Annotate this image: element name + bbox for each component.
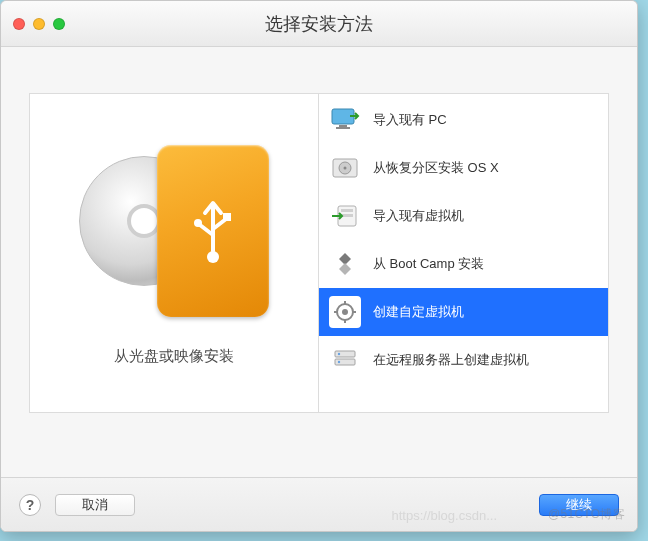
svg-point-9 (344, 167, 347, 170)
window-title: 选择安装方法 (1, 12, 637, 36)
option-label: 导入现有虚拟机 (373, 207, 464, 225)
svg-point-24 (338, 361, 340, 363)
cancel-button[interactable]: 取消 (55, 494, 135, 516)
bootcamp-icon (329, 248, 361, 280)
option-remote-server[interactable]: 在远程服务器上创建虚拟机 (319, 336, 608, 384)
option-label: 在远程服务器上创建虚拟机 (373, 351, 529, 369)
left-panel[interactable]: 从光盘或映像安装 (30, 94, 319, 412)
close-icon[interactable] (13, 18, 25, 30)
usb-drive-icon (157, 145, 269, 317)
custom-vm-icon (329, 296, 361, 328)
svg-rect-3 (223, 213, 231, 221)
remote-server-icon (329, 344, 361, 376)
svg-point-23 (338, 353, 340, 355)
svg-point-16 (342, 309, 348, 315)
option-label: 从恢复分区安装 OS X (373, 159, 499, 177)
footer: ? 取消 继续 (1, 477, 637, 531)
svg-rect-11 (341, 209, 353, 212)
traffic-lights (1, 18, 65, 30)
left-panel-label: 从光盘或映像安装 (114, 347, 234, 366)
usb-glyph-icon (190, 195, 236, 267)
zoom-icon[interactable] (53, 18, 65, 30)
option-bootcamp[interactable]: 从 Boot Camp 安装 (319, 240, 608, 288)
content-area: 从光盘或映像安装 导入现有 PC (1, 47, 637, 477)
svg-rect-5 (339, 125, 347, 127)
option-custom-vm[interactable]: 创建自定虚拟机 (319, 288, 608, 336)
installer-window: 选择安装方法 (0, 0, 638, 532)
continue-button[interactable]: 继续 (539, 494, 619, 516)
option-import-pc[interactable]: 导入现有 PC (319, 96, 608, 144)
svg-point-1 (207, 251, 219, 263)
option-label: 导入现有 PC (373, 111, 447, 129)
hdd-recovery-icon (329, 152, 361, 184)
help-button[interactable]: ? (19, 494, 41, 516)
option-import-vm[interactable]: 导入现有虚拟机 (319, 192, 608, 240)
svg-rect-6 (336, 127, 350, 129)
option-label: 创建自定虚拟机 (373, 303, 464, 321)
option-recovery-osx[interactable]: 从恢复分区安装 OS X (319, 144, 608, 192)
option-label: 从 Boot Camp 安装 (373, 255, 484, 273)
svg-point-2 (194, 219, 202, 227)
disc-usb-art (79, 141, 269, 321)
titlebar: 选择安装方法 (1, 1, 637, 47)
minimize-icon[interactable] (33, 18, 45, 30)
monitor-import-icon (329, 104, 361, 136)
right-panel: 导入现有 PC 从恢复分区安装 OS X (319, 94, 608, 412)
svg-marker-14 (339, 263, 351, 275)
vm-import-icon (329, 200, 361, 232)
panel-wrap: 从光盘或映像安装 导入现有 PC (29, 93, 609, 413)
